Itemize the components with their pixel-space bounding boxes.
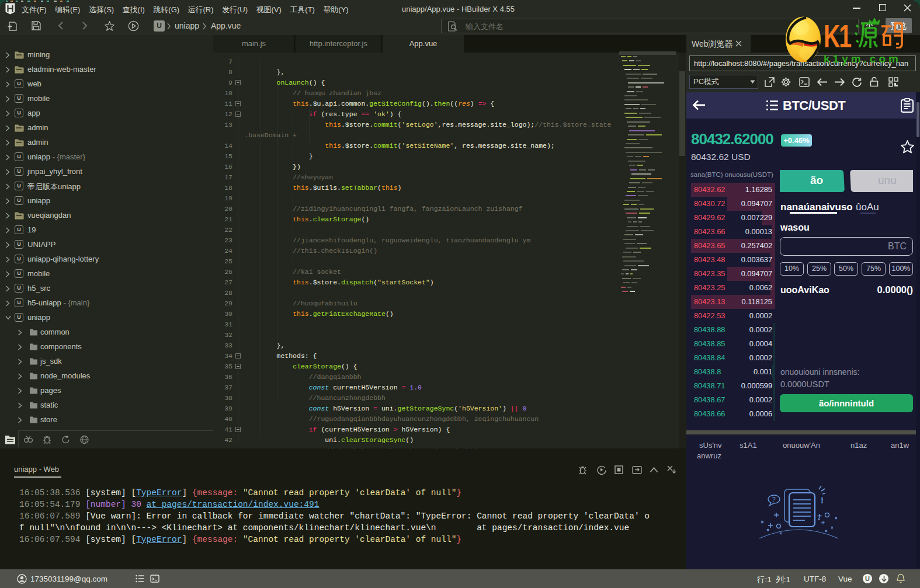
svg-text:?: ? <box>772 496 776 503</box>
svg-text:!: ! <box>821 495 824 505</box>
